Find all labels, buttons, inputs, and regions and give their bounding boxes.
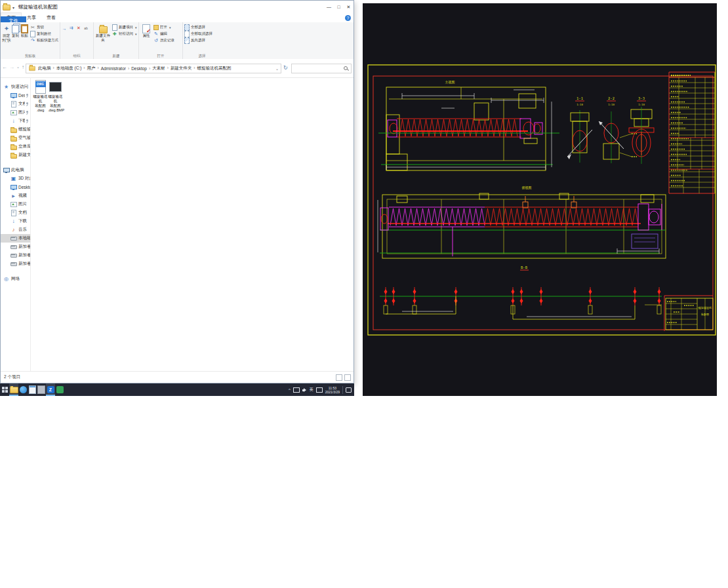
sidebar-item[interactable]: 空气输送斜槽3D图纸	[1, 134, 30, 142]
display-tray-icon[interactable]	[293, 387, 300, 393]
paste-button[interactable]: 粘贴	[20, 24, 29, 38]
sidebar-item[interactable]: Desktop	[1, 91, 30, 100]
sidebar-quick-access[interactable]: 快速访问	[1, 83, 30, 91]
history-button[interactable]: ↺ 历史记录	[153, 37, 174, 43]
drawing-frame	[368, 65, 716, 335]
breadcrumb-item[interactable]: 新建文件夹	[171, 66, 197, 71]
sidebar-item-icon	[10, 184, 16, 190]
sidebar-item[interactable]: 图片	[1, 108, 30, 117]
select-all-button[interactable]: 全部选择	[184, 24, 220, 30]
file-bmp[interactable]: 螺旋输送机 装配图 .dwg.BMP	[48, 80, 63, 113]
sidebar-item[interactable]: 音乐	[1, 225, 30, 234]
address-bar[interactable]: 此电脑本地磁盘 (C:)用户AdministratorDesktop大素材新建文…	[26, 64, 281, 73]
properties-button[interactable]: 属性	[140, 24, 152, 38]
thumbnail-view-icon[interactable]	[344, 374, 351, 381]
up-button[interactable]: ↑	[22, 64, 24, 70]
sidebar-item[interactable]: 图片	[1, 200, 30, 208]
sidebar-item[interactable]: 文档	[1, 208, 30, 217]
sidebar-item[interactable]: 本地磁盘 (C:)	[1, 234, 30, 243]
move-to-icon[interactable]: →	[62, 26, 67, 31]
easy-access-button[interactable]: ✚ 轻松访问	[112, 31, 137, 37]
sidebar-item[interactable]: 视频	[1, 191, 30, 200]
sidebar-item-icon	[10, 92, 16, 98]
paste-shortcut-button[interactable]: ↷ 粘贴快捷方式	[30, 37, 58, 43]
breadcrumb-item[interactable]: 螺旋输送机装配图	[197, 66, 232, 71]
pin-icon	[25, 119, 29, 123]
minimize-button[interactable]: —	[324, 1, 334, 13]
address-bar-row: ← → ⌄ ↑ 此电脑本地磁盘 (C:)用户AdministratorDeskt…	[1, 59, 354, 78]
select-all-icon	[184, 25, 190, 30]
sidebar-network[interactable]: 网络	[1, 275, 30, 283]
tab-view[interactable]: 查看	[41, 13, 61, 22]
sidebar-item[interactable]: 新建文件夹	[1, 151, 30, 159]
sidebar-item[interactable]: 新加卷 (E:)	[1, 251, 30, 260]
sidebar-item-icon	[10, 118, 16, 124]
help-button[interactable]: ?	[345, 15, 351, 21]
volume-tray-icon[interactable]	[302, 388, 307, 392]
sidebar-item[interactable]: 下载	[1, 117, 30, 125]
taskbar-browser-button[interactable]	[18, 383, 28, 396]
address-chevron-down-icon[interactable]: ⌄	[275, 66, 279, 71]
taskbar-green-app-button[interactable]	[55, 383, 64, 396]
status-bar: 2 个项目	[1, 371, 354, 383]
qat-chevron-down-icon[interactable]: ▾	[12, 5, 14, 10]
breadcrumb-item[interactable]: Administrator	[101, 66, 131, 71]
taskbar-explorer-button[interactable]	[9, 383, 18, 396]
close-button[interactable]: ✕	[344, 1, 354, 13]
recent-locations-chevron-icon[interactable]: ⌄	[16, 64, 20, 70]
invert-selection-button[interactable]: 反向选择	[184, 37, 220, 43]
pin-to-quick-access-button[interactable]: ✦ 固定到"快速访问"	[2, 24, 11, 43]
sidebar-item[interactable]: 新加卷 (F:)	[1, 260, 30, 268]
sidebar-item[interactable]: 螺旋输送机装配图	[1, 125, 30, 134]
details-view-icon[interactable]	[336, 374, 342, 381]
file-dwg[interactable]: 螺旋输送机 装配图 .dwg	[33, 80, 48, 113]
delete-icon[interactable]: ✕	[76, 26, 81, 31]
sidebar-this-pc[interactable]: 此电脑	[1, 166, 30, 174]
sidebar-item[interactable]: Desktop	[1, 183, 30, 191]
edit-button[interactable]: ✎ 编辑	[153, 31, 174, 37]
copy-path-button[interactable]: 复制路径	[30, 31, 58, 37]
ribbon-tabs: 文件 主页 共享 查看	[1, 14, 354, 23]
copy-to-icon[interactable]: ⇉	[69, 26, 74, 31]
forward-button[interactable]: →	[9, 64, 14, 70]
new-item-button[interactable]: 新建项目	[112, 24, 137, 30]
input-language-indicator[interactable]: 英	[310, 387, 313, 393]
breadcrumb-item[interactable]: Desktop	[131, 66, 152, 71]
clock[interactable]: 11:53 2021/3/29	[325, 386, 340, 394]
taskbar-cad-button[interactable]: Z	[46, 383, 55, 396]
tray-expand-chevron-icon[interactable]: ^	[289, 388, 291, 392]
parameter-table	[669, 72, 715, 193]
refresh-icon[interactable]: ↻	[283, 65, 288, 71]
sidebar-item[interactable]: 下载	[1, 217, 30, 225]
action-center-icon[interactable]	[346, 387, 352, 393]
cut-button[interactable]: ✂ 剪切	[30, 24, 58, 30]
new-folder-button[interactable]: 新建文件夹	[95, 24, 111, 42]
sidebar-item[interactable]: 文档	[1, 100, 30, 108]
cut-icon: ✂	[30, 25, 35, 30]
files-pane[interactable]: 螺旋输送机 装配图 .dwg 螺旋输送机 装配图 .dwg.BMP	[31, 77, 354, 372]
sidebar-item[interactable]: 立体库门图纸	[1, 142, 30, 151]
title-bar[interactable]: ▾ 螺旋输送机装配图 — □ ✕	[1, 1, 354, 14]
breadcrumb-item[interactable]: 此电脑	[38, 66, 56, 71]
paste-icon	[20, 24, 29, 33]
taskbar-document-button[interactable]	[28, 383, 37, 396]
search-box[interactable]	[291, 64, 352, 73]
rename-icon[interactable]: ab	[83, 26, 89, 31]
sidebar-item[interactable]: 新加卷 (D:)	[1, 243, 30, 251]
sidebar-item-icon	[10, 201, 16, 207]
taskbar-notes-button[interactable]	[37, 383, 46, 396]
search-input[interactable]	[292, 64, 344, 73]
breadcrumb-item[interactable]: 大素材	[152, 66, 171, 71]
open-button[interactable]: 打开	[153, 24, 174, 30]
back-button[interactable]: ←	[2, 64, 7, 70]
maximize-button[interactable]: □	[334, 1, 344, 13]
quick-access-toolbar[interactable]: ▾	[3, 5, 14, 10]
start-button[interactable]	[0, 383, 9, 396]
breadcrumb-item[interactable]: 本地磁盘 (C:)	[56, 66, 87, 71]
keyboard-tray-icon[interactable]	[316, 387, 323, 393]
breadcrumb-item[interactable]: 用户	[87, 66, 100, 71]
dwg-file-icon	[35, 80, 46, 94]
select-none-button[interactable]: 全部取消选择	[184, 31, 220, 37]
copy-button[interactable]: 复制	[11, 24, 20, 38]
sidebar-item[interactable]: 3D 对象	[1, 174, 30, 183]
